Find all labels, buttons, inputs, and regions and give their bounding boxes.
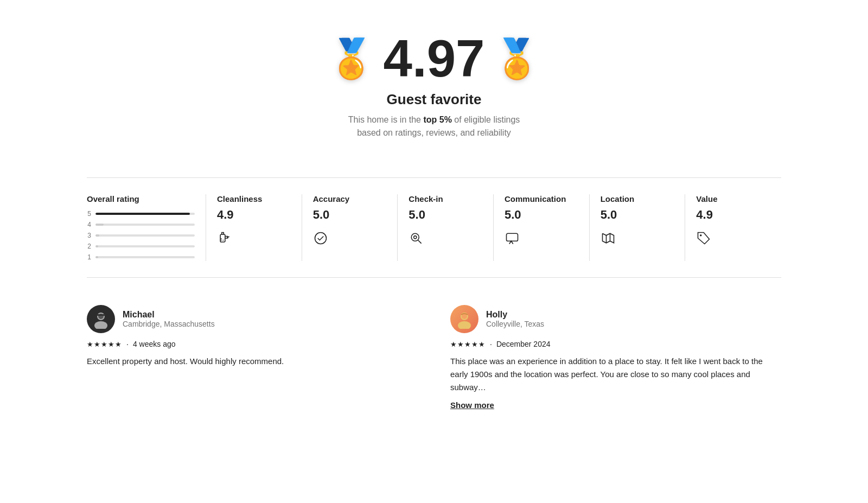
reviewer-location-holly: Colleyville, Texas — [486, 320, 544, 328]
overall-rating-bars: 5 4 3 2 — [87, 210, 195, 261]
value-label: Value — [696, 194, 770, 203]
review-meta-michael: ★★★★★ · 4 weeks ago — [87, 340, 418, 348]
avatar-michael — [87, 305, 115, 333]
desc-bold: top 5% — [423, 115, 451, 124]
reviews-section: Michael Cambridge, Massachusetts ★★★★★ ·… — [87, 305, 781, 410]
avatar-holly — [450, 305, 478, 333]
communication-category: Communication 5.0 — [494, 194, 590, 261]
reviewer-location-michael: Cambridge, Massachusetts — [123, 320, 215, 328]
checkin-score: 5.0 — [409, 208, 482, 222]
stars-holly: ★★★★★ — [450, 340, 486, 348]
bar-track-4 — [95, 224, 195, 226]
bar-fill-4 — [95, 224, 104, 226]
dot-michael: · — [126, 340, 129, 348]
bar-fill-3 — [95, 234, 99, 237]
svg-line-6 — [418, 240, 422, 244]
svg-point-1 — [221, 240, 222, 241]
bar-row-1: 1 — [87, 253, 195, 261]
dot-holly: · — [490, 340, 492, 348]
svg-point-7 — [414, 236, 417, 239]
value-category: Value 4.9 — [685, 194, 781, 261]
checkin-category: Check-in 5.0 — [398, 194, 494, 261]
spray-bottle-icon — [217, 231, 291, 250]
accuracy-label: Accuracy — [313, 194, 387, 203]
guest-favorite-description: This home is in the top 5% of eligible l… — [348, 113, 520, 139]
rating-number-row: 🏅 4.97 🏅 — [328, 33, 541, 85]
communication-label: Communication — [505, 194, 578, 203]
checkin-label: Check-in — [409, 194, 482, 203]
overall-rating-category: Overall rating 5 4 3 — [87, 194, 206, 261]
bar-label-5: 5 — [87, 210, 91, 218]
review-text-holly: This place was an experience in addition… — [450, 355, 781, 394]
review-text-michael: Excellent property and host. Would highl… — [87, 355, 418, 368]
svg-point-11 — [700, 234, 702, 237]
reviewer-details-holly: Holly Colleyville, Texas — [486, 310, 544, 328]
guest-favorite-title: Guest favorite — [387, 91, 482, 108]
bar-row-3: 3 — [87, 232, 195, 239]
svg-point-2 — [223, 240, 224, 241]
bar-label-3: 3 — [87, 232, 91, 239]
location-label: Location — [601, 194, 674, 203]
review-time-michael: 4 weeks ago — [133, 340, 176, 348]
bar-label-1: 1 — [87, 253, 91, 261]
laurel-left-icon: 🏅 — [328, 40, 375, 78]
communication-score: 5.0 — [505, 208, 578, 222]
ratings-grid: Overall rating 5 4 3 — [87, 177, 781, 278]
bar-label-4: 4 — [87, 221, 91, 228]
search-magnify-icon — [409, 231, 482, 250]
bar-label-2: 2 — [87, 243, 91, 250]
overall-rating-label: Overall rating — [87, 194, 195, 203]
bar-fill-5 — [95, 213, 190, 215]
hero-rating-section: 🏅 4.97 🏅 Guest favorite This home is in … — [87, 22, 781, 161]
cleanliness-score: 4.9 — [217, 208, 291, 222]
bar-fill-1 — [95, 256, 98, 258]
chat-bubble-icon — [505, 231, 578, 250]
cleanliness-category: Cleanliness 4.9 — [206, 194, 302, 261]
review-card-michael: Michael Cambridge, Massachusetts ★★★★★ ·… — [87, 305, 418, 410]
bar-track-3 — [95, 234, 195, 237]
svg-point-18 — [462, 314, 467, 319]
bar-track-5 — [95, 213, 195, 215]
svg-point-13 — [94, 321, 107, 329]
bar-row-4: 4 — [87, 221, 195, 228]
reviewer-name-holly: Holly — [486, 310, 544, 320]
overall-rating-number: 4.97 — [384, 33, 485, 85]
reviewer-info-michael: Michael Cambridge, Massachusetts — [87, 305, 418, 333]
bar-fill-2 — [95, 245, 98, 247]
svg-point-4 — [315, 233, 326, 244]
show-more-button[interactable]: Show more — [450, 400, 781, 410]
bar-row-2: 2 — [87, 243, 195, 250]
tag-icon — [696, 231, 770, 250]
review-card-holly: Holly Colleyville, Texas ★★★★★ · Decembe… — [450, 305, 781, 410]
svg-point-3 — [221, 238, 222, 239]
stars-michael: ★★★★★ — [87, 340, 122, 348]
laurel-right-icon: 🏅 — [493, 40, 540, 78]
svg-rect-15 — [97, 314, 105, 316]
bar-track-2 — [95, 245, 195, 247]
map-icon — [601, 231, 674, 250]
review-time-holly: December 2024 — [496, 340, 551, 348]
location-score: 5.0 — [601, 208, 674, 222]
accuracy-score: 5.0 — [313, 208, 387, 222]
svg-rect-8 — [507, 233, 518, 241]
desc-start: This home is in the — [348, 115, 424, 124]
reviewer-name-michael: Michael — [123, 310, 215, 320]
reviewer-info-holly: Holly Colleyville, Texas — [450, 305, 781, 333]
bar-row-5: 5 — [87, 210, 195, 218]
svg-point-5 — [412, 233, 419, 241]
accuracy-category: Accuracy 5.0 — [302, 194, 398, 261]
cleanliness-label: Cleanliness — [217, 194, 291, 203]
svg-point-17 — [458, 321, 471, 329]
check-circle-icon — [313, 231, 387, 250]
reviewer-details-michael: Michael Cambridge, Massachusetts — [123, 310, 215, 328]
review-meta-holly: ★★★★★ · December 2024 — [450, 340, 781, 348]
svg-rect-0 — [220, 234, 225, 242]
location-category: Location 5.0 — [590, 194, 686, 261]
value-score: 4.9 — [696, 208, 770, 222]
bar-track-1 — [95, 256, 195, 258]
